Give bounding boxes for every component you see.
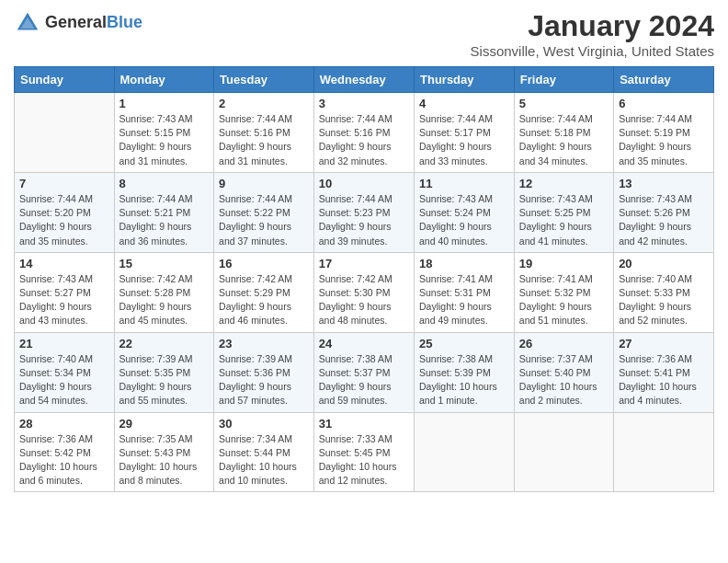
sunrise-text: Sunrise: 7:41 AM [519,273,593,284]
sunset-text: Sunset: 5:22 PM [219,207,290,218]
daylight-text: Daylight: 10 hours and 6 minutes. [19,461,97,486]
sunrise-text: Sunrise: 7:35 AM [119,433,193,444]
sunset-text: Sunset: 5:35 PM [119,367,191,378]
sunset-text: Sunset: 5:27 PM [19,287,91,298]
day-info: Sunrise: 7:44 AMSunset: 5:21 PMDaylight:… [119,192,210,248]
daylight-text: Daylight: 9 hours and 31 minutes. [119,141,192,166]
daylight-text: Daylight: 9 hours and 40 minutes. [419,221,492,246]
column-header-friday: Friday [514,67,613,93]
day-number: 23 [219,337,309,350]
day-number: 22 [119,337,210,350]
day-number: 14 [19,257,109,270]
sunset-text: Sunset: 5:33 PM [619,287,690,298]
daylight-text: Daylight: 9 hours and 31 minutes. [219,141,291,166]
calendar-cell: 9Sunrise: 7:44 AMSunset: 5:22 PMDaylight… [214,172,314,252]
day-number: 27 [619,337,709,350]
day-info: Sunrise: 7:40 AMSunset: 5:33 PMDaylight:… [619,272,709,328]
calendar-cell: 2Sunrise: 7:44 AMSunset: 5:16 PMDaylight… [214,93,314,173]
sunset-text: Sunset: 5:23 PM [319,207,391,218]
calendar-cell: 28Sunrise: 7:36 AMSunset: 5:42 PMDayligh… [15,412,115,492]
calendar-week-row: 7Sunrise: 7:44 AMSunset: 5:20 PMDaylight… [15,172,714,252]
page-header: GeneralBlue January 2024 Sissonville, We… [14,9,714,59]
column-header-thursday: Thursday [415,67,515,93]
day-number: 15 [119,257,210,270]
sunrise-text: Sunrise: 7:39 AM [219,353,292,364]
sunrise-text: Sunrise: 7:40 AM [19,353,93,364]
day-number: 5 [519,97,609,110]
calendar-cell: 29Sunrise: 7:35 AMSunset: 5:43 PMDayligh… [114,412,214,492]
day-info: Sunrise: 7:36 AMSunset: 5:41 PMDaylight:… [619,352,709,408]
daylight-text: Daylight: 9 hours and 35 minutes. [619,141,691,166]
daylight-text: Daylight: 9 hours and 33 minutes. [419,141,492,166]
calendar-cell: 15Sunrise: 7:42 AMSunset: 5:28 PMDayligh… [114,252,214,332]
calendar-cell: 19Sunrise: 7:41 AMSunset: 5:32 PMDayligh… [514,252,613,332]
sunrise-text: Sunrise: 7:44 AM [219,193,292,204]
calendar-week-row: 14Sunrise: 7:43 AMSunset: 5:27 PMDayligh… [15,252,714,332]
day-info: Sunrise: 7:43 AMSunset: 5:27 PMDaylight:… [19,272,109,328]
calendar-cell: 17Sunrise: 7:42 AMSunset: 5:30 PMDayligh… [313,252,414,332]
sunrise-text: Sunrise: 7:38 AM [319,353,392,364]
day-number: 29 [119,417,210,431]
daylight-text: Daylight: 9 hours and 48 minutes. [319,301,392,326]
daylight-text: Daylight: 9 hours and 46 minutes. [219,301,291,326]
column-header-monday: Monday [114,67,214,93]
daylight-text: Daylight: 9 hours and 32 minutes. [319,141,392,166]
day-info: Sunrise: 7:40 AMSunset: 5:34 PMDaylight:… [19,352,109,408]
daylight-text: Daylight: 9 hours and 42 minutes. [619,221,691,246]
daylight-text: Daylight: 9 hours and 54 minutes. [19,381,92,406]
logo-icon [14,9,41,37]
sunrise-text: Sunrise: 7:44 AM [19,193,93,204]
daylight-text: Daylight: 9 hours and 37 minutes. [219,221,291,246]
daylight-text: Daylight: 9 hours and 51 minutes. [519,301,592,326]
sunset-text: Sunset: 5:30 PM [319,287,391,298]
calendar-week-row: 21Sunrise: 7:40 AMSunset: 5:34 PMDayligh… [15,332,714,412]
calendar-cell [514,412,613,492]
day-number: 12 [519,177,609,190]
daylight-text: Daylight: 9 hours and 34 minutes. [519,141,592,166]
calendar-cell [614,412,714,492]
day-info: Sunrise: 7:39 AMSunset: 5:36 PMDaylight:… [219,352,309,408]
day-number: 16 [219,257,309,270]
sunrise-text: Sunrise: 7:44 AM [319,113,392,124]
sunrise-text: Sunrise: 7:43 AM [619,193,692,204]
day-info: Sunrise: 7:44 AMSunset: 5:16 PMDaylight:… [219,112,309,168]
daylight-text: Daylight: 10 hours and 1 minute. [419,381,497,406]
day-info: Sunrise: 7:38 AMSunset: 5:37 PMDaylight:… [319,352,409,408]
day-info: Sunrise: 7:44 AMSunset: 5:23 PMDaylight:… [319,192,409,248]
sunset-text: Sunset: 5:15 PM [119,127,191,138]
day-number: 31 [319,417,409,431]
day-number: 19 [519,257,609,270]
day-info: Sunrise: 7:44 AMSunset: 5:20 PMDaylight:… [19,192,109,248]
day-info: Sunrise: 7:42 AMSunset: 5:30 PMDaylight:… [319,272,409,328]
daylight-text: Daylight: 9 hours and 45 minutes. [119,301,192,326]
daylight-text: Daylight: 9 hours and 39 minutes. [319,221,392,246]
sunrise-text: Sunrise: 7:44 AM [519,113,593,124]
daylight-text: Daylight: 9 hours and 43 minutes. [19,301,92,326]
logo: GeneralBlue [14,9,142,37]
sunset-text: Sunset: 5:16 PM [319,127,391,138]
location-subtitle: Sissonville, West Virginia, United State… [471,43,714,59]
day-number: 3 [319,97,409,110]
day-info: Sunrise: 7:42 AMSunset: 5:29 PMDaylight:… [219,272,309,328]
calendar-cell [15,93,115,173]
day-number: 2 [219,97,309,110]
sunset-text: Sunset: 5:25 PM [519,207,591,218]
sunrise-text: Sunrise: 7:44 AM [619,113,692,124]
calendar-week-row: 1Sunrise: 7:43 AMSunset: 5:15 PMDaylight… [15,93,714,173]
day-number: 25 [419,337,509,350]
calendar-cell: 27Sunrise: 7:36 AMSunset: 5:41 PMDayligh… [614,332,714,412]
sunrise-text: Sunrise: 7:44 AM [319,193,392,204]
day-number: 4 [419,97,509,110]
sunrise-text: Sunrise: 7:43 AM [419,193,493,204]
day-number: 30 [219,417,309,431]
sunset-text: Sunset: 5:41 PM [619,367,690,378]
sunset-text: Sunset: 5:18 PM [519,127,591,138]
day-number: 17 [319,257,409,270]
daylight-text: Daylight: 9 hours and 49 minutes. [419,301,492,326]
calendar-table: SundayMondayTuesdayWednesdayThursdayFrid… [14,66,714,492]
day-info: Sunrise: 7:41 AMSunset: 5:31 PMDaylight:… [419,272,509,328]
sunset-text: Sunset: 5:20 PM [19,207,91,218]
title-block: January 2024 Sissonville, West Virginia,… [471,9,714,59]
sunrise-text: Sunrise: 7:42 AM [219,273,292,284]
day-number: 9 [219,177,309,190]
